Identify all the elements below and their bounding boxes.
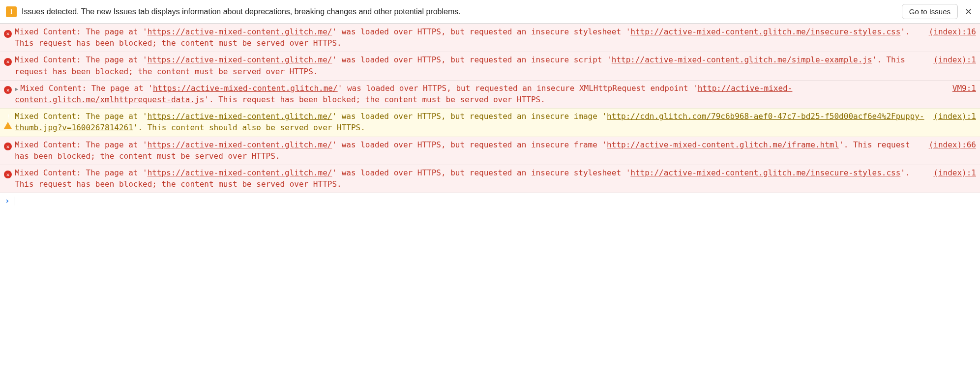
console-log-list: ✕Mixed Content: The page at 'https://act… xyxy=(0,24,980,193)
source-link[interactable]: (index):1 xyxy=(928,54,976,65)
issues-text: Issues detected. The new Issues tab disp… xyxy=(22,7,897,16)
close-icon[interactable]: ✕ xyxy=(963,6,974,17)
url-link[interactable]: http://active-mixed-content.glitch.me/in… xyxy=(630,168,900,177)
message-text: ' was loaded over HTTPS, but requested a… xyxy=(332,27,630,36)
error-icon: ✕ xyxy=(4,58,12,66)
console-message: Mixed Content: The page at 'https://acti… xyxy=(15,167,928,190)
issues-bar: ! Issues detected. The new Issues tab di… xyxy=(0,0,980,24)
message-text: Mixed Content: The page at ' xyxy=(20,84,153,93)
url-link[interactable]: http://active-mixed-content.glitch.me/si… xyxy=(612,55,872,64)
message-text: ' was loaded over HTTPS, but requested a… xyxy=(332,112,607,121)
prompt-caret-icon: › xyxy=(5,196,10,205)
url-link[interactable]: https://active-mixed-content.glitch.me/ xyxy=(148,55,332,64)
message-text: '. This request has been blocked; the co… xyxy=(204,95,545,104)
console-message: Mixed Content: The page at 'https://acti… xyxy=(15,54,928,77)
message-text: '. This content should also be served ov… xyxy=(133,123,365,132)
error-icon: ✕ xyxy=(4,143,12,150)
error-icon: ✕ xyxy=(4,171,12,178)
source-link[interactable]: (index):16 xyxy=(924,26,976,37)
console-row[interactable]: Mixed Content: The page at 'https://acti… xyxy=(0,108,980,136)
error-icon: ✕ xyxy=(4,30,12,38)
console-message: Mixed Content: The page at 'https://acti… xyxy=(15,139,924,162)
go-to-issues-button[interactable]: Go to Issues xyxy=(902,4,958,19)
message-text: Mixed Content: The page at ' xyxy=(15,27,148,36)
console-row[interactable]: ✕Mixed Content: The page at 'https://act… xyxy=(0,52,980,80)
url-link[interactable]: http://active-mixed-content.glitch.me/if… xyxy=(607,140,839,149)
issues-badge-icon: ! xyxy=(6,6,17,17)
url-link[interactable]: https://active-mixed-content.glitch.me/ xyxy=(148,168,332,177)
error-icon: ✕ xyxy=(4,86,12,94)
prompt-cursor xyxy=(14,197,14,205)
console-prompt[interactable]: › xyxy=(0,193,980,208)
console-row[interactable]: ✕Mixed Content: The page at 'https://act… xyxy=(0,137,980,165)
message-text: ' was loaded over HTTPS, but requested a… xyxy=(338,84,698,93)
message-text: Mixed Content: The page at ' xyxy=(15,140,148,149)
url-link[interactable]: https://active-mixed-content.glitch.me/ xyxy=(153,84,338,93)
message-text: Mixed Content: The page at ' xyxy=(15,168,148,177)
source-link[interactable]: (index):1 xyxy=(928,167,976,178)
source-link[interactable]: (index):66 xyxy=(924,139,976,150)
url-link[interactable]: https://active-mixed-content.glitch.me/ xyxy=(148,27,332,36)
message-text: ' was loaded over HTTPS, but requested a… xyxy=(332,55,611,64)
url-link[interactable]: https://active-mixed-content.glitch.me/ xyxy=(148,112,332,121)
expand-caret-icon[interactable]: ▶ xyxy=(15,85,18,93)
url-link[interactable]: http://active-mixed-content.glitch.me/in… xyxy=(630,27,900,36)
message-text: Mixed Content: The page at ' xyxy=(15,112,148,121)
console-row[interactable]: ✕Mixed Content: The page at 'https://act… xyxy=(0,24,980,52)
console-row[interactable]: ✕▶Mixed Content: The page at 'https://ac… xyxy=(0,80,980,108)
source-link[interactable]: VM9:1 xyxy=(948,83,976,94)
url-link[interactable]: https://active-mixed-content.glitch.me/ xyxy=(148,140,332,149)
source-link[interactable]: (index):1 xyxy=(928,111,976,122)
message-text: Mixed Content: The page at ' xyxy=(15,55,148,64)
console-row[interactable]: ✕Mixed Content: The page at 'https://act… xyxy=(0,165,980,193)
console-message: Mixed Content: The page at 'https://acti… xyxy=(15,26,924,49)
message-text: ' was loaded over HTTPS, but requested a… xyxy=(332,168,630,177)
console-message: Mixed Content: The page at 'https://acti… xyxy=(15,111,928,133)
message-text: ' was loaded over HTTPS, but requested a… xyxy=(332,140,607,149)
warning-icon xyxy=(4,113,12,129)
console-message: ▶Mixed Content: The page at 'https://act… xyxy=(15,83,948,105)
